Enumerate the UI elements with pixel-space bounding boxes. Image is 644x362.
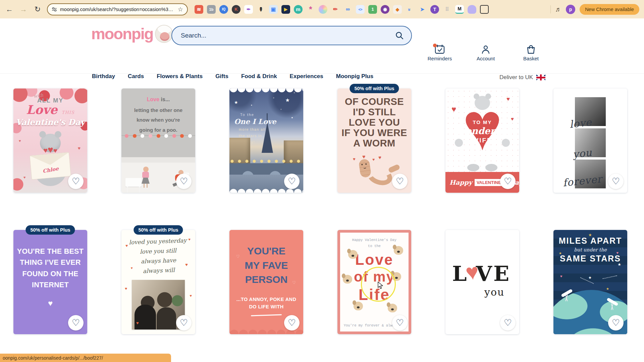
m-extension-icon[interactable]: M <box>455 5 464 14</box>
constellation-line <box>580 277 594 284</box>
pencil-extension-icon[interactable]: ✏ <box>331 5 340 14</box>
favourite-button[interactable]: ♡ <box>392 174 408 189</box>
card-boofle-love-of-my-life[interactable]: Happy Valentine's Day to the Love of my … <box>337 230 411 334</box>
palette-extension-icon[interactable] <box>319 5 327 14</box>
monica-extension-icon[interactable]: m <box>294 5 303 14</box>
nav-flowers-plants[interactable]: Flowers & Plants <box>157 73 203 80</box>
account-label: Account <box>471 56 501 61</box>
card-love-is-poo[interactable]: Love is... letting the other one know wh… <box>121 88 195 193</box>
media-playlist-icon[interactable]: ♬ <box>555 6 561 13</box>
card-text: DO LIFE WITH <box>229 303 303 310</box>
card-paris-one-i-love[interactable]: ★ ★ To the One I Love more than all the … <box>229 88 303 193</box>
star-icon: ★ <box>559 251 562 255</box>
card-miles-apart[interactable]: MILES APART but under the SAME STARS ★ ★… <box>553 230 627 334</box>
card-text: is... <box>159 97 170 102</box>
chevrons-extension-icon[interactable]: » <box>406 5 414 14</box>
card-loved-you-yesterday[interactable]: 50% off with Plus ♥ ♥ ♥ ♥ ♥ ♥ ♥ ♥ loved … <box>121 230 195 334</box>
profile-avatar[interactable]: p <box>566 5 575 14</box>
reload-icon[interactable]: ↻ <box>33 5 42 14</box>
nav-moonpig-plus[interactable]: Moonpig Plus <box>336 73 373 80</box>
favourite-button[interactable]: ♡ <box>500 174 516 189</box>
favourite-button[interactable]: ♡ <box>608 315 624 330</box>
nav-experiences[interactable]: Experiences <box>290 73 323 80</box>
favourite-button[interactable]: ♡ <box>176 174 192 189</box>
keeper-extension-icon[interactable]: K <box>232 5 240 14</box>
heart-outline-icon: ♡ <box>180 177 188 186</box>
search-icon[interactable] <box>395 31 404 40</box>
favourite-button[interactable]: ♡ <box>608 174 624 189</box>
url-text[interactable]: moonpig.com/uk/search/?suggestion=occasi… <box>60 7 175 12</box>
screenshot-extension-icon[interactable]: ▣ <box>269 5 278 14</box>
clipboard-extension-icon[interactable] <box>480 5 489 14</box>
favourite-button[interactable]: ♡ <box>68 315 84 330</box>
star-icon: ★ <box>606 287 609 291</box>
one-b-extension-icon[interactable]: 1b <box>207 5 216 14</box>
card-text: Love <box>147 97 159 102</box>
metamask-extension-icon[interactable]: ◆ <box>393 5 402 14</box>
moonpig-logo[interactable]: moonpig <box>91 24 173 43</box>
uk-flag-icon <box>536 74 545 80</box>
color-wheel-extension-icon[interactable]: * <box>306 5 315 14</box>
site-settings-icon[interactable] <box>52 7 57 12</box>
nav-gifts[interactable]: Gifts <box>215 73 228 80</box>
back-icon[interactable]: ← <box>5 5 14 14</box>
ghost-extension-icon[interactable] <box>468 5 476 14</box>
reminders-button[interactable]: Reminders <box>425 45 455 61</box>
extensions-row: ≋ 1b IQ K ✒ ✏ ▣ ▶ m * ✏ ∞ <> 1 ◉ ◆ » ➤ T… <box>195 5 489 14</box>
card-fave-person[interactable]: ♡ ♡ YOU'RE MY FAVE PERSON ...TO ANNOY, P… <box>229 230 303 334</box>
video-downloader-extension-icon[interactable]: ▶ <box>281 5 290 14</box>
star-icon: ★ <box>234 100 238 105</box>
quill-extension-icon[interactable]: ✒ <box>244 5 253 14</box>
card-worm[interactable]: 50% off with Plus OF COURSE I'D STILL LO… <box>337 88 411 193</box>
forward-icon[interactable]: → <box>19 5 28 14</box>
card-text: Valentine's Day <box>13 117 87 127</box>
address-bar[interactable]: moonpig.com/uk/search/?suggestion=occasi… <box>47 3 188 15</box>
mouse-cursor-icon <box>377 281 384 289</box>
card-text: Happy Valentine's Day <box>340 237 409 243</box>
card-wonderful-wife[interactable]: ♥ ♥ ♥ ♥ TO MY Wonderful WIFE Happy VALEN… <box>445 88 519 193</box>
t-extension-icon[interactable]: T <box>430 5 439 14</box>
deliver-to-selector[interactable]: Deliver to UK <box>499 74 545 81</box>
card-teddy-envelope[interactable]: with ALL MY Love THIS Valentine's Day ♥♥… <box>13 88 87 193</box>
favourite-button[interactable]: ♡ <box>284 174 300 189</box>
heart-outline-icon: ♡ <box>72 177 80 186</box>
dots-extension-icon[interactable]: ⠿ <box>443 5 451 14</box>
todoist-extension-icon[interactable]: ≋ <box>195 5 203 14</box>
card-text: MY FAVE <box>229 258 303 273</box>
eyedropper-extension-icon[interactable]: ✏ <box>257 5 265 14</box>
plus-one-extension-icon[interactable]: 1 <box>368 5 377 14</box>
favourite-button[interactable]: ♡ <box>500 315 516 330</box>
code-extension-icon[interactable]: <> <box>356 5 365 14</box>
bookmark-star-icon[interactable]: ☆ <box>178 6 183 13</box>
basket-button[interactable]: Basket <box>516 45 546 61</box>
card-love-you-minimal[interactable]: L ♥ VE you ♡ <box>445 230 519 334</box>
favourite-button[interactable]: ♡ <box>284 315 300 330</box>
card-best-thing-internet[interactable]: 50% off with Plus YOU'RE THE BEST THING … <box>13 230 87 334</box>
pin-extension-icon[interactable]: ➤ <box>418 5 427 14</box>
account-button[interactable]: Account <box>471 45 501 61</box>
search-bar[interactable] <box>171 26 412 45</box>
nav-birthday[interactable]: Birthday <box>92 73 115 80</box>
product-grid: with ALL MY Love THIS Valentine's Day ♥♥… <box>13 88 627 334</box>
click-highlight-ring <box>361 267 396 302</box>
search-input[interactable] <box>181 32 395 39</box>
basket-label: Basket <box>516 56 546 61</box>
boofle-dog-illustration <box>394 246 403 255</box>
favourite-button[interactable]: ♡ <box>68 174 84 189</box>
chrome-update-button[interactable]: New Chrome available <box>580 4 639 15</box>
boofle-dog-illustration <box>354 302 363 310</box>
card-love-you-forever-photos[interactable]: love you forever ♡ <box>553 88 627 193</box>
link-extension-icon[interactable]: ∞ <box>343 5 352 14</box>
eye-extension-icon[interactable]: ◉ <box>381 5 389 14</box>
card-text: VE <box>476 263 511 284</box>
bridge-illustration <box>229 163 303 175</box>
nav-cards[interactable]: Cards <box>128 73 144 80</box>
favourite-button[interactable]: ♡ <box>176 315 192 330</box>
underline-stroke <box>251 314 282 316</box>
heart-outline-icon: ♡ <box>396 318 404 327</box>
link-preview-status-bar: oonpig.com/uk/personalised-cards/p/.../b… <box>0 354 171 362</box>
favourite-button[interactable]: ♡ <box>392 315 408 330</box>
card-text: IF YOU WERE <box>337 128 411 138</box>
nav-food-drink[interactable]: Food & Drink <box>241 73 277 80</box>
iq-extension-icon[interactable]: IQ <box>219 5 228 14</box>
